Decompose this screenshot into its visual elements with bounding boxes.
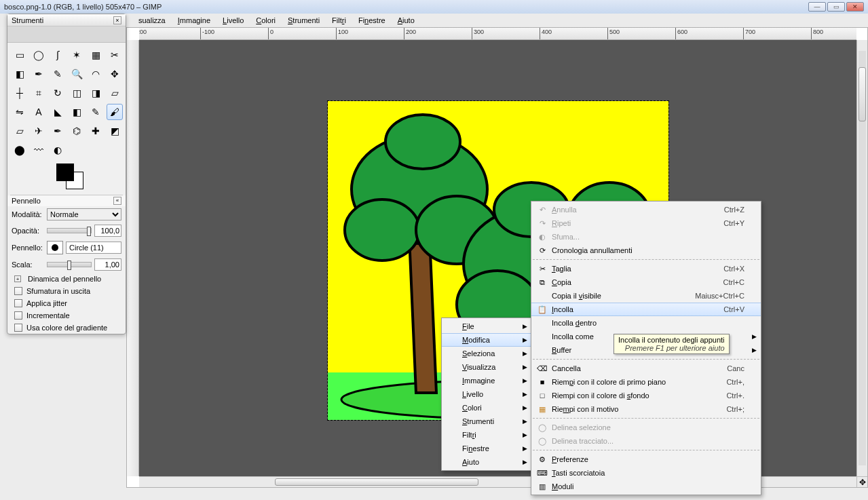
gradient-color-checkbox[interactable] bbox=[14, 324, 22, 332]
menu-aiuto[interactable]: Aiuto bbox=[392, 15, 420, 26]
tool-paintbrush[interactable]: 🖌 bbox=[107, 104, 123, 120]
navigation-icon[interactable]: ✥ bbox=[856, 476, 867, 487]
ctx-sub-ripeti: ↷RipetiCtrl+Y bbox=[531, 216, 761, 230]
tool-shear[interactable]: ◨ bbox=[88, 85, 104, 101]
tool-perspective[interactable]: ▱ bbox=[107, 85, 123, 101]
ctx-sub-incolla[interactable]: 📋IncollaCtrl+V bbox=[531, 303, 761, 316]
ctx-file[interactable]: File▶ bbox=[442, 320, 531, 333]
ctx-sub-preferenze[interactable]: ⚙Preferenze bbox=[531, 453, 761, 466]
scale-value[interactable] bbox=[94, 258, 121, 271]
tool-text[interactable]: A bbox=[31, 104, 47, 120]
color-swatches[interactable] bbox=[7, 162, 126, 195]
tool-bucket[interactable]: ◣ bbox=[50, 104, 66, 120]
tool-fuzzy-select[interactable]: ✶ bbox=[69, 47, 85, 63]
tool-clone[interactable]: ⌬ bbox=[69, 123, 85, 139]
tool-free-select[interactable]: ʃ bbox=[50, 47, 66, 63]
ctx-sub-incolla-dentro[interactable]: Incolla dentro bbox=[531, 316, 761, 330]
brush-name[interactable]: Circle (11) bbox=[66, 242, 121, 254]
tool-color-picker[interactable]: ✎ bbox=[50, 66, 66, 82]
tooltip-text: Incolla il contenuto degli appunti bbox=[618, 336, 725, 344]
fg-color-swatch[interactable] bbox=[56, 164, 74, 181]
ctx-sub-riempi-con-il-colore-di-primo-piano[interactable]: ■Riempi con il colore di primo pianoCtrl… bbox=[531, 375, 761, 389]
opacity-slider[interactable] bbox=[47, 228, 92, 233]
scale-slider[interactable] bbox=[47, 262, 92, 267]
ctx-finestre[interactable]: Finestre▶ bbox=[442, 442, 531, 455]
menu-filtri[interactable]: Filtri bbox=[326, 15, 352, 26]
tool-options-header[interactable]: Pennello « bbox=[7, 195, 126, 206]
jitter-checkbox[interactable] bbox=[14, 299, 22, 307]
tool-ellipse-select[interactable]: ◯ bbox=[31, 47, 47, 63]
tool-by-color-select[interactable]: ▦ bbox=[88, 47, 104, 63]
scale-label: Scala: bbox=[12, 261, 44, 269]
main-menubar: sualizza Immagine Livello Colori Strumen… bbox=[0, 14, 868, 27]
ctx-sub-taglia[interactable]: ✂TagliaCtrl+X bbox=[531, 262, 761, 275]
tool-blur[interactable]: ⬤ bbox=[12, 142, 28, 158]
tool-pencil[interactable]: ✎ bbox=[88, 104, 104, 120]
ctx-sub-cronologia-annullamenti[interactable]: ⟳Cronologia annullamenti bbox=[531, 244, 761, 257]
tool-move[interactable]: ✥ bbox=[107, 66, 123, 82]
ctx-sub-riempi-con-il-colore-di-sfondo[interactable]: □Riempi con il colore di sfondoCtrl+. bbox=[531, 389, 761, 402]
tool-measure[interactable]: ◠ bbox=[88, 66, 104, 82]
minimize-button[interactable]: — bbox=[808, 2, 826, 12]
svg-point-10 bbox=[385, 115, 460, 169]
expand-icon[interactable]: + bbox=[14, 275, 21, 282]
ctx-aiuto[interactable]: Aiuto▶ bbox=[442, 455, 531, 469]
tool-rotate[interactable]: ↻ bbox=[50, 85, 66, 101]
ruler-horizontal: -200-10001002003004005006007008009001000… bbox=[139, 28, 856, 40]
tool-foreground[interactable]: ◧ bbox=[12, 66, 28, 82]
menu-strumenti[interactable]: Strumenti bbox=[282, 15, 325, 26]
ctx-colori[interactable]: Colori▶ bbox=[442, 401, 531, 415]
ctx-filtri[interactable]: Filtri▶ bbox=[442, 428, 531, 442]
ctx-sub-sfuma-: ◐Sfuma... bbox=[531, 230, 761, 244]
brush-preview[interactable] bbox=[47, 241, 63, 254]
menu-visualizza[interactable]: sualizza bbox=[133, 15, 171, 26]
toolbox-titlebar[interactable]: Strumenti × bbox=[7, 14, 126, 26]
collapse-icon[interactable]: « bbox=[113, 197, 121, 205]
ctx-sub-copia-il-visibile[interactable]: Copia il visibileMaiusc+Ctrl+C bbox=[531, 289, 761, 303]
tool-perspective-clone[interactable]: ◩ bbox=[107, 123, 123, 139]
ctx-sub-copia[interactable]: ⧉CopiaCtrl+C bbox=[531, 275, 761, 289]
tool-flip[interactable]: ⇋ bbox=[12, 104, 28, 120]
ctx-modifica[interactable]: Modifica▶ bbox=[442, 333, 531, 347]
opacity-value[interactable] bbox=[94, 225, 121, 237]
ctx-strumenti[interactable]: Strumenti▶ bbox=[442, 415, 531, 428]
fade-checkbox[interactable] bbox=[14, 287, 22, 295]
tool-heal[interactable]: ✚ bbox=[88, 123, 104, 139]
ctx-sub-tasti-scorciatoia[interactable]: ⌨Tasti scorciatoia bbox=[531, 466, 761, 480]
ctx-livello[interactable]: Livello▶ bbox=[442, 387, 531, 401]
tool-blend[interactable]: ◧ bbox=[69, 104, 85, 120]
tool-airbrush[interactable]: ✈ bbox=[31, 123, 47, 139]
tool-scale[interactable]: ◫ bbox=[69, 85, 85, 101]
toolbox-logo bbox=[7, 26, 126, 43]
tool-rect-select[interactable]: ▭ bbox=[12, 47, 28, 63]
tool-zoom[interactable]: 🔍 bbox=[69, 66, 85, 82]
menu-immagine[interactable]: Immagine bbox=[172, 15, 216, 26]
menu-livello[interactable]: Livello bbox=[217, 15, 249, 26]
toolbox-close-icon[interactable]: × bbox=[113, 16, 121, 24]
ctx-sub-cancella[interactable]: ⌫CancellaCanc bbox=[531, 362, 761, 375]
mode-select[interactable]: Normale bbox=[47, 208, 121, 220]
menu-finestre[interactable]: Finestre bbox=[353, 15, 391, 26]
menu-colori[interactable]: Colori bbox=[250, 15, 281, 26]
tool-crop[interactable]: ⌗ bbox=[31, 85, 47, 101]
ctx-sub-moduli[interactable]: ▥Moduli bbox=[531, 480, 761, 493]
ctx-seleziona[interactable]: Seleziona▶ bbox=[442, 347, 531, 360]
brush-dynamics-label[interactable]: Dinamica del pennello bbox=[28, 275, 101, 283]
tool-ink[interactable]: ✒ bbox=[50, 123, 66, 139]
ctx-sub-delinea-tracciato-: ◯Delinea tracciato... bbox=[531, 434, 761, 448]
tool-dodge[interactable]: ◐ bbox=[50, 142, 66, 158]
tool-smudge[interactable]: 〰 bbox=[31, 142, 47, 158]
tool-paths[interactable]: ✒ bbox=[31, 66, 47, 82]
tool-eraser[interactable]: ▱ bbox=[12, 123, 28, 139]
context-menu-main: File▶Modifica▶Seleziona▶Visualizza▶Immag… bbox=[441, 318, 532, 471]
maximize-button[interactable]: ▭ bbox=[827, 2, 845, 12]
tool-scissors[interactable]: ✂ bbox=[107, 47, 123, 63]
tool-grid: ▭◯ʃ✶▦✂◧✒✎🔍◠✥┼⌗↻◫◨▱⇋A◣◧✎🖌▱✈✒⌬✚◩⬤〰◐ bbox=[7, 43, 126, 162]
close-button[interactable]: ✕ bbox=[846, 2, 864, 12]
tool-align[interactable]: ┼ bbox=[12, 85, 28, 101]
incremental-checkbox[interactable] bbox=[14, 311, 22, 320]
ctx-sub-riempi-con-il-motivo[interactable]: ▦Riempi con il motivoCtrl+; bbox=[531, 402, 761, 416]
ctx-visualizza[interactable]: Visualizza▶ bbox=[442, 360, 531, 374]
scrollbar-vertical[interactable] bbox=[856, 40, 867, 476]
ctx-immagine[interactable]: Immagine▶ bbox=[442, 374, 531, 387]
